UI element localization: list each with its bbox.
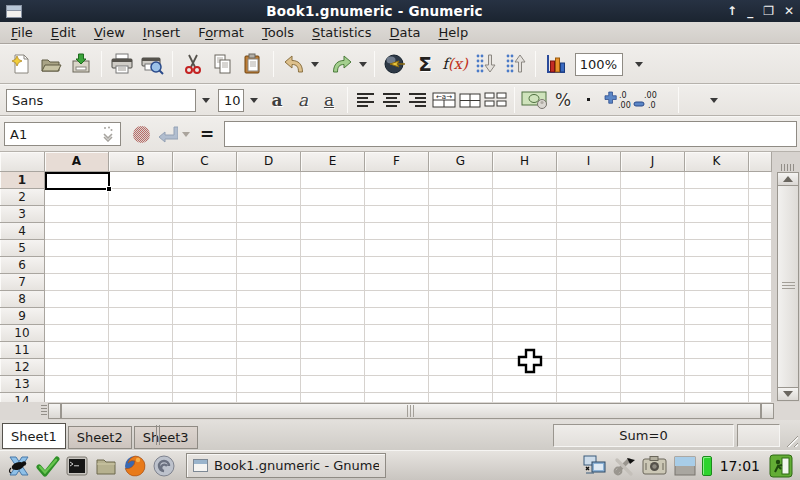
scroll-up-button[interactable] [777, 172, 799, 186]
row-header-7[interactable]: 7 [0, 274, 45, 291]
horizontal-scrollbar[interactable] [40, 402, 774, 420]
column-header-f[interactable]: F [365, 152, 429, 172]
enter-icon[interactable] [154, 121, 180, 147]
undo-dropdown[interactable] [309, 51, 321, 77]
format-toolbar-overflow[interactable] [708, 87, 720, 113]
paste-button[interactable] [238, 49, 268, 79]
decrease-decimals-button[interactable]: .00.0 [632, 85, 662, 115]
center-across-selection-button[interactable]: ←a→ [431, 87, 457, 113]
vertical-scroll-thumb[interactable] [777, 186, 799, 387]
redo-dropdown[interactable] [357, 51, 369, 77]
xorg-menu-button[interactable] [6, 453, 32, 479]
row-header-9[interactable]: 9 [0, 308, 45, 325]
column-header-h[interactable]: H [493, 152, 557, 172]
column-header-i[interactable]: I [557, 152, 621, 172]
scroll-left-button[interactable] [48, 403, 61, 419]
sort-descending-button[interactable] [470, 49, 500, 79]
file-manager-launcher[interactable] [93, 453, 119, 479]
redo-button[interactable] [327, 49, 357, 79]
function-button[interactable]: f(x) [440, 49, 470, 79]
row-header-1[interactable]: 1 [0, 172, 45, 189]
font-size-dropdown[interactable] [248, 87, 260, 113]
workspace-pager[interactable] [672, 453, 698, 479]
sum-button[interactable]: Σ [410, 49, 440, 79]
horizontal-pane-grip[interactable] [41, 405, 47, 417]
menu-item-file[interactable]: File [2, 23, 42, 42]
enter-dropdown[interactable] [180, 121, 192, 147]
scroll-down-button[interactable] [777, 387, 799, 401]
column-header-d[interactable]: D [237, 152, 301, 172]
terminal-launcher[interactable] [64, 453, 90, 479]
insert-chart-button[interactable] [541, 49, 571, 79]
save-button[interactable] [66, 49, 96, 79]
zoom-combobox[interactable]: 100% [575, 53, 623, 76]
cancel-icon[interactable] [133, 126, 150, 143]
sheet-tab-sheet1[interactable]: Sheet1 [2, 423, 66, 449]
font-name-dropdown[interactable] [200, 87, 212, 113]
shell-launcher[interactable] [151, 453, 177, 479]
print-button[interactable] [107, 49, 137, 79]
window-titlebar[interactable]: Book1.gnumeric - Gnumeric ↑ _ ❐ ✕ [0, 0, 800, 22]
row-header-3[interactable]: 3 [0, 206, 45, 223]
font-size-combobox[interactable]: 10 [218, 89, 244, 112]
row-header-10[interactable]: 10 [0, 325, 45, 342]
format-money-button[interactable] [520, 85, 550, 115]
underline-button[interactable]: a [316, 87, 342, 113]
new-file-button[interactable] [6, 49, 36, 79]
vertical-pane-grip[interactable] [781, 164, 795, 171]
close-button[interactable]: ✕ [784, 5, 794, 17]
column-header-partial[interactable] [749, 152, 772, 172]
align-right-button[interactable] [405, 87, 431, 113]
italic-button[interactable]: a [290, 87, 316, 113]
row-header-8[interactable]: 8 [0, 291, 45, 308]
horizontal-scroll-thumb[interactable] [61, 403, 761, 419]
task-button-gnumeric[interactable]: Book1.gnumeric - Gnumeric [186, 453, 386, 478]
copy-button[interactable] [208, 49, 238, 79]
scroll-right-button[interactable] [761, 403, 774, 419]
formula-entry[interactable] [224, 121, 797, 147]
checkmark-launcher[interactable] [35, 453, 61, 479]
minimize-button[interactable]: _ [747, 5, 753, 17]
vertical-scrollbar[interactable] [777, 164, 799, 401]
network-tray-icon[interactable] [582, 453, 608, 479]
cell-reference-box[interactable]: A1 [4, 122, 121, 146]
setup-tools-tray-icon[interactable] [612, 453, 638, 479]
row-header-5[interactable]: 5 [0, 240, 45, 257]
cell-grid[interactable] [45, 172, 771, 402]
zoom-dropdown[interactable] [633, 51, 645, 77]
undo-button[interactable] [279, 49, 309, 79]
column-header-c[interactable]: C [173, 152, 237, 172]
battery-indicator[interactable] [702, 456, 712, 476]
menu-item-view[interactable]: View [85, 23, 134, 42]
align-center-button[interactable] [379, 87, 405, 113]
column-header-j[interactable]: J [621, 152, 685, 172]
format-percent-button[interactable]: % [550, 87, 576, 113]
menu-item-edit[interactable]: Edit [42, 23, 85, 42]
insert-hyperlink-button[interactable] [380, 49, 410, 79]
column-header-g[interactable]: G [429, 152, 493, 172]
menu-item-data[interactable]: Data [380, 23, 429, 42]
menu-item-insert[interactable]: Insert [134, 23, 189, 42]
row-header-2[interactable]: 2 [0, 189, 45, 206]
row-header-12[interactable]: 12 [0, 359, 45, 376]
tab-area-resize-grip[interactable] [156, 425, 162, 445]
clock[interactable]: 17:01 [716, 458, 764, 474]
increase-decimals-button[interactable]: .0.00 [602, 85, 632, 115]
select-all-corner[interactable] [0, 152, 45, 172]
merge-cells-button[interactable] [457, 87, 483, 113]
menu-item-tools[interactable]: Tools [253, 23, 303, 42]
font-name-combobox[interactable]: Sans [6, 89, 196, 112]
row-header-11[interactable]: 11 [0, 342, 45, 359]
shade-button[interactable]: ↑ [727, 5, 737, 17]
sheet-tab-sheet3[interactable]: Sheet3 [134, 426, 198, 449]
maximize-button[interactable]: ❐ [763, 5, 774, 17]
column-header-b[interactable]: B [109, 152, 173, 172]
print-preview-button[interactable] [137, 49, 167, 79]
cut-button[interactable] [178, 49, 208, 79]
bold-button[interactable]: a [264, 87, 290, 113]
menu-item-help[interactable]: Help [429, 23, 477, 42]
sheet-tab-sheet2[interactable]: Sheet2 [68, 426, 132, 449]
window-resize-grip[interactable] [783, 432, 798, 447]
thousands-separator-button[interactable] [576, 87, 602, 113]
menu-item-statistics[interactable]: Statistics [303, 23, 380, 42]
